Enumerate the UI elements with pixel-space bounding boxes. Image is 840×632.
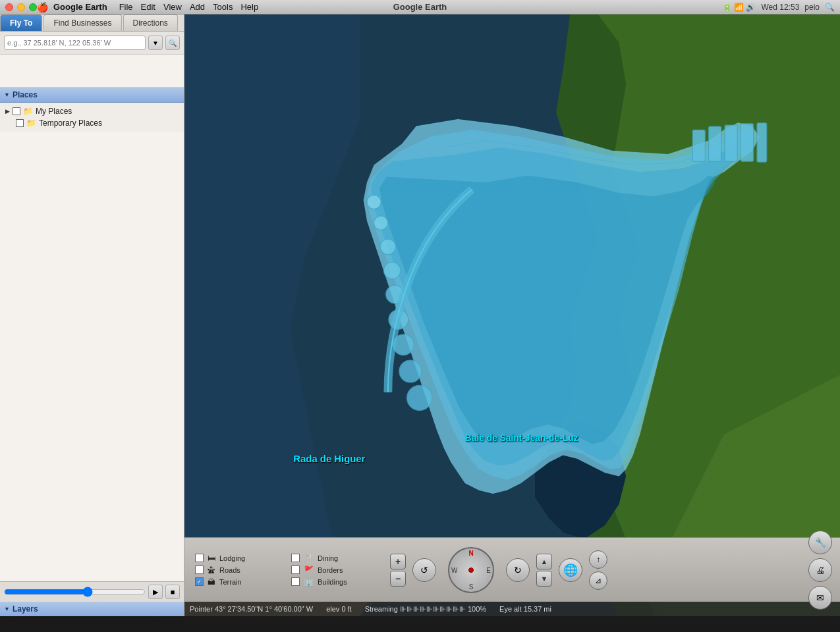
menu-edit[interactable]: Edit <box>141 2 155 12</box>
borders-icon: 🚩 <box>304 566 314 575</box>
menu-file[interactable]: File <box>119 2 133 12</box>
tool-button-1[interactable]: 🔧 <box>808 531 832 554</box>
clock: Wed 12:53 <box>761 3 799 12</box>
svg-point-2 <box>399 360 422 382</box>
zoom-controls: + − <box>390 554 406 587</box>
globe-rotate-button[interactable]: 🌐 <box>559 558 582 582</box>
roads-checkbox[interactable] <box>195 566 204 574</box>
svg-rect-12 <box>725 125 737 161</box>
svg-rect-14 <box>757 123 767 163</box>
map-svg: Google Image © 2006 DigitalGlobe ©2005 R… <box>184 14 840 616</box>
minimize-button[interactable] <box>17 3 25 11</box>
compass-center-dot <box>468 567 474 573</box>
map-area[interactable]: Google Image © 2006 DigitalGlobe ©2005 R… <box>184 14 840 616</box>
stop-button[interactable]: ■ <box>165 585 180 599</box>
eye-altitude: Eye alt 15.37 mi <box>499 605 551 613</box>
tab-find-businesses[interactable]: Find Businesses <box>43 14 121 31</box>
email-button[interactable]: ✉ <box>808 586 832 610</box>
tilt-down-button[interactable]: ▼ <box>536 571 552 587</box>
tilt-reset-button[interactable]: ⊿ <box>589 571 607 590</box>
svg-point-8 <box>374 216 388 230</box>
expand-arrow-icon: ▶ <box>5 108 10 115</box>
svg-point-6 <box>383 262 401 279</box>
compass-rose[interactable]: N S E W <box>448 547 494 593</box>
rotate-right-button[interactable]: ↻ <box>506 558 530 582</box>
dining-checkbox[interactable] <box>291 554 300 562</box>
borders-checkbox[interactable] <box>291 566 300 574</box>
maximize-button[interactable] <box>29 3 37 11</box>
svg-text:Baie de Saint-Jean-de-Luz: Baie de Saint-Jean-de-Luz <box>465 433 578 443</box>
main-layout: Fly To Find Businesses Directions ▼ 🔍 ▼ … <box>0 14 840 616</box>
roads-label: Roads <box>219 566 240 574</box>
dining-icon: 🍴 <box>304 554 314 563</box>
folder-icon: 📁 <box>23 107 33 116</box>
dropdown-button[interactable]: ▼ <box>148 36 163 50</box>
terrain-checkbox[interactable]: ✓ <box>195 577 204 586</box>
temp-places-item[interactable]: 📁 Temporary Places <box>0 117 184 129</box>
search-input[interactable] <box>4 36 146 50</box>
title-bar-right: 🔋 📶 🔊 Wed 12:53 peio 🔍 <box>722 3 840 12</box>
buildings-label: Buildings <box>318 578 347 586</box>
places-header: ▼ Places <box>0 88 184 103</box>
tab-bar: Fly To Find Businesses Directions <box>0 14 184 32</box>
buildings-checkbox[interactable] <box>291 577 300 586</box>
zoom-out-button[interactable]: − <box>390 571 406 587</box>
menu-help[interactable]: Help <box>240 2 258 12</box>
left-panel: Fly To Find Businesses Directions ▼ 🔍 ▼ … <box>0 14 184 616</box>
temp-places-checkbox[interactable] <box>16 119 24 127</box>
compass-s: S <box>469 583 474 591</box>
opacity-slider[interactable] <box>4 587 146 597</box>
svg-rect-11 <box>709 126 721 161</box>
lodging-layer-row: 🛏 Lodging <box>195 554 278 563</box>
temp-folder-icon: 📁 <box>26 118 36 128</box>
right-tool-buttons: 🔧 🖨 ✉ <box>808 531 832 610</box>
elevation: elev 0 ft <box>326 605 352 613</box>
zoom-in-button[interactable]: + <box>390 554 406 569</box>
svg-point-1 <box>407 385 432 410</box>
my-places-checkbox[interactable] <box>13 107 20 115</box>
layer-checkboxes-panel: 🛏 Lodging 🍴 Dining 🛣 Roads <box>192 551 377 589</box>
tilt-controls: ▲ ▼ <box>536 554 552 587</box>
menu-tools[interactable]: Tools <box>213 2 233 12</box>
app-name-menu: Google Earth <box>53 2 107 12</box>
menu-add[interactable]: Add <box>190 2 205 12</box>
my-places-label: My Places <box>36 107 72 116</box>
compass-n: N <box>468 550 473 557</box>
places-label: Places <box>13 90 38 99</box>
status-bar: Pointer 43° 27'34.50"N 1° 40'60.00" W el… <box>184 602 840 616</box>
tab-fly-to[interactable]: Fly To <box>0 14 42 31</box>
window-controls <box>5 3 37 11</box>
dining-label: Dining <box>318 554 338 562</box>
close-button[interactable] <box>5 3 13 11</box>
compass-circle: N S E W <box>448 547 494 593</box>
svg-rect-10 <box>692 130 705 161</box>
pointer-coords: Pointer 43° 27'34.50"N 1° 40'60.00" W <box>190 605 313 613</box>
lodging-label: Lodging <box>219 554 245 562</box>
rotate-left-button[interactable]: ↺ <box>412 558 436 582</box>
spotlight-icon[interactable]: 🔍 <box>825 3 835 12</box>
username: peio <box>804 3 820 12</box>
play-button[interactable]: ▶ <box>148 585 163 599</box>
map-background: Google Image © 2006 DigitalGlobe ©2005 R… <box>184 14 840 616</box>
tilt-up-button[interactable]: ▲ <box>536 554 552 569</box>
apple-logo: 🍎 <box>37 2 48 13</box>
reset-north-button[interactable]: ↑ <box>589 550 607 569</box>
menu-view[interactable]: View <box>163 2 182 12</box>
temp-places-label: Temporary Places <box>39 118 102 128</box>
streaming-status: Streaming ⊪⊪⊪⊪⊪⊪⊪⊪⊪⊪ 100% <box>365 605 486 614</box>
window-title: Google Earth <box>393 2 447 12</box>
terrain-label: Terrain <box>219 578 242 586</box>
search-button[interactable]: 🔍 <box>165 36 180 50</box>
print-button[interactable]: 🖨 <box>808 558 832 582</box>
borders-layer-row: 🚩 Borders <box>291 566 374 575</box>
dining-layer-row: 🍴 Dining <box>291 554 374 563</box>
tab-directions[interactable]: Directions <box>123 14 178 31</box>
lodging-checkbox[interactable] <box>195 554 204 562</box>
buildings-icon: 🏢 <box>304 577 314 587</box>
my-places-item[interactable]: ▶ 📁 My Places <box>0 105 184 117</box>
places-list: ▶ 📁 My Places 📁 Temporary Places <box>0 103 184 132</box>
title-bar: 🍎 Google Earth File Edit View Add Tools … <box>0 0 840 14</box>
bottom-controls: ▶ ■ ▼ Layers <box>0 581 184 616</box>
roads-icon: 🛣 <box>208 566 215 575</box>
places-triangle: ▼ <box>4 92 10 98</box>
